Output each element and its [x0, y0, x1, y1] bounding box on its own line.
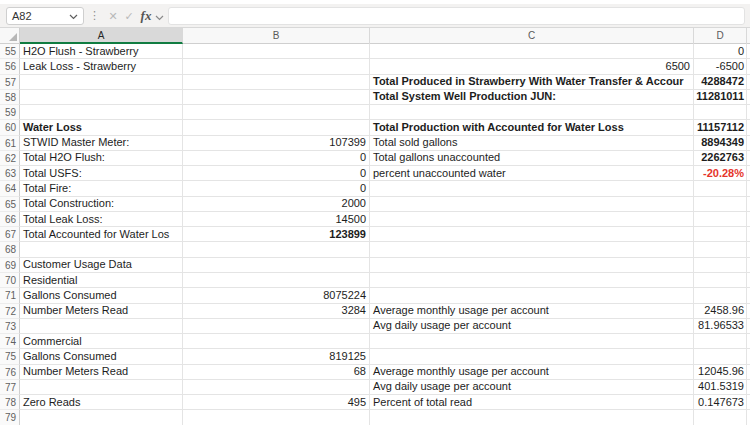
cell-C55[interactable]: [370, 44, 694, 59]
cell-D59[interactable]: [694, 105, 747, 120]
cell-C75[interactable]: [370, 349, 694, 364]
cell-C63[interactable]: percent unaccounted water: [370, 166, 694, 181]
cell-D58[interactable]: 11281011: [694, 90, 747, 105]
cell-C60[interactable]: Total Production with Accounted for Wate…: [370, 120, 694, 135]
cell-B64[interactable]: 0: [183, 181, 370, 196]
cell-C61[interactable]: Total sold gallons: [370, 136, 694, 151]
cell-B67[interactable]: 123899: [183, 227, 370, 242]
cell-C74[interactable]: [370, 334, 694, 349]
row-header-61[interactable]: 61: [0, 136, 20, 151]
function-dropdown-icon[interactable]: [155, 7, 164, 25]
cell-C70[interactable]: [370, 273, 694, 288]
cell-B69[interactable]: [183, 258, 370, 273]
row-header-55[interactable]: 55: [0, 44, 20, 59]
cell-A75[interactable]: Gallons Consumed: [20, 349, 183, 364]
cell-C57[interactable]: Total Produced in Strawberry With Water …: [370, 75, 694, 90]
cell-A66[interactable]: Total Leak Loss:: [20, 212, 183, 227]
cell-B56[interactable]: [183, 59, 370, 74]
cell-D57[interactable]: 4288472: [694, 75, 747, 90]
formula-bar-input[interactable]: [168, 7, 745, 25]
cell-D56[interactable]: -6500: [694, 59, 747, 74]
cell-D72[interactable]: 2458.96: [694, 304, 747, 319]
cell-A59[interactable]: [20, 105, 183, 120]
row-header-70[interactable]: 70: [0, 273, 20, 288]
row-header-64[interactable]: 64: [0, 181, 20, 196]
name-box-dropdown-icon[interactable]: [69, 10, 78, 22]
cell-C56[interactable]: 6500: [370, 59, 694, 74]
cell-A70[interactable]: Residential: [20, 273, 183, 288]
cell-D75[interactable]: [694, 349, 747, 364]
row-header-69[interactable]: 69: [0, 258, 20, 273]
row-header-71[interactable]: 71: [0, 288, 20, 303]
cell-A68[interactable]: [20, 242, 183, 257]
cell-C62[interactable]: Total gallons unaccounted: [370, 151, 694, 166]
select-all-corner[interactable]: [0, 28, 20, 43]
row-header-65[interactable]: 65: [0, 197, 20, 212]
cell-A56[interactable]: Leak Loss - Strawberry: [20, 59, 183, 74]
cell-A78[interactable]: Zero Reads: [20, 395, 183, 410]
cell-D71[interactable]: [694, 288, 747, 303]
cell-D77[interactable]: 401.5319: [694, 380, 747, 395]
cell-B74[interactable]: [183, 334, 370, 349]
cell-A64[interactable]: Total Fire:: [20, 181, 183, 196]
cell-D67[interactable]: [694, 227, 747, 242]
cell-B79[interactable]: [183, 410, 370, 425]
column-header-D[interactable]: D: [694, 28, 747, 44]
cell-B60[interactable]: [183, 120, 370, 135]
row-header-68[interactable]: 68: [0, 242, 20, 257]
cell-A72[interactable]: Number Meters Read: [20, 304, 183, 319]
cell-A61[interactable]: STWID Master Meter:: [20, 136, 183, 151]
cell-C77[interactable]: Avg daily usage per account: [370, 380, 694, 395]
cell-A71[interactable]: Gallons Consumed: [20, 288, 183, 303]
cell-A58[interactable]: [20, 90, 183, 105]
cell-B68[interactable]: [183, 242, 370, 257]
row-header-60[interactable]: 60: [0, 120, 20, 135]
cell-D61[interactable]: 8894349: [694, 136, 747, 151]
cell-B71[interactable]: 8075224: [183, 288, 370, 303]
row-header-72[interactable]: 72: [0, 304, 20, 319]
insert-function-icon[interactable]: fx: [137, 8, 155, 24]
cell-C59[interactable]: [370, 105, 694, 120]
cell-A67[interactable]: Total Accounted for Water Los: [20, 227, 183, 242]
cell-B73[interactable]: [183, 319, 370, 334]
column-header-B[interactable]: B: [183, 28, 370, 44]
cell-A69[interactable]: Customer Usage Data: [20, 258, 183, 273]
cell-C79[interactable]: [370, 410, 694, 425]
cell-D63[interactable]: -20.28%: [694, 166, 747, 181]
cell-B65[interactable]: 2000: [183, 197, 370, 212]
row-header-76[interactable]: 76: [0, 365, 20, 380]
name-box[interactable]: A82: [6, 7, 84, 25]
cell-D55[interactable]: 0: [694, 44, 747, 59]
cell-A73[interactable]: [20, 319, 183, 334]
cell-A79[interactable]: [20, 410, 183, 425]
cell-C68[interactable]: [370, 242, 694, 257]
cell-C65[interactable]: [370, 197, 694, 212]
row-header-78[interactable]: 78: [0, 395, 20, 410]
cell-C66[interactable]: [370, 212, 694, 227]
cell-B70[interactable]: [183, 273, 370, 288]
cell-B55[interactable]: [183, 44, 370, 59]
cell-C78[interactable]: Percent of total read: [370, 395, 694, 410]
cell-B57[interactable]: [183, 75, 370, 90]
cell-B62[interactable]: 0: [183, 151, 370, 166]
cell-B58[interactable]: [183, 90, 370, 105]
cell-D69[interactable]: [694, 258, 747, 273]
cell-D64[interactable]: [694, 181, 747, 196]
column-header-C[interactable]: C: [370, 28, 694, 44]
cell-D74[interactable]: [694, 334, 747, 349]
cell-D66[interactable]: [694, 212, 747, 227]
cell-A62[interactable]: Total H2O Flush:: [20, 151, 183, 166]
cell-D78[interactable]: 0.147673: [694, 395, 747, 410]
cell-D73[interactable]: 81.96533: [694, 319, 747, 334]
row-header-59[interactable]: 59: [0, 105, 20, 120]
row-header-73[interactable]: 73: [0, 319, 20, 334]
row-header-66[interactable]: 66: [0, 212, 20, 227]
row-header-79[interactable]: 79: [0, 410, 20, 425]
cell-B75[interactable]: 819125: [183, 349, 370, 364]
cell-A65[interactable]: Total Construction:: [20, 197, 183, 212]
cell-D76[interactable]: 12045.96: [694, 365, 747, 380]
confirm-entry-icon[interactable]: ✓: [121, 7, 137, 25]
cell-C73[interactable]: Avg daily usage per account: [370, 319, 694, 334]
row-header-62[interactable]: 62: [0, 151, 20, 166]
cell-C58[interactable]: Total System Well Production JUN:: [370, 90, 694, 105]
